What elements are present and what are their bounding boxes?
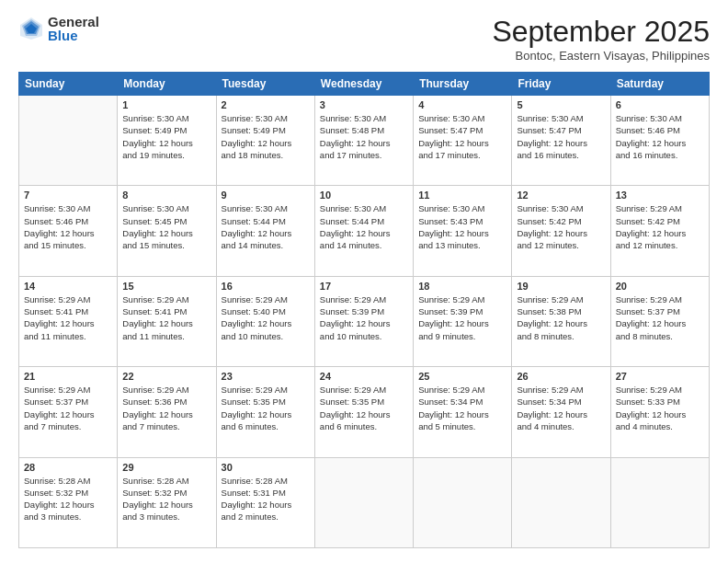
calendar-week-row: 1Sunrise: 5:30 AM Sunset: 5:49 PM Daylig…: [19, 96, 710, 186]
day-info: Sunrise: 5:29 AM Sunset: 5:35 PM Dayligh…: [320, 384, 408, 432]
day-number: 24: [320, 371, 408, 382]
day-info: Sunrise: 5:30 AM Sunset: 5:49 PM Dayligh…: [122, 112, 210, 161]
header-wednesday: Wednesday: [314, 73, 413, 96]
header-monday: Monday: [118, 73, 216, 96]
day-number: 30: [222, 462, 310, 473]
table-row: 20Sunrise: 5:29 AM Sunset: 5:37 PM Dayli…: [610, 276, 709, 366]
table-row: 9Sunrise: 5:30 AM Sunset: 5:44 PM Daylig…: [216, 186, 314, 276]
table-row: 26Sunrise: 5:29 AM Sunset: 5:34 PM Dayli…: [512, 367, 610, 457]
header-friday: Friday: [512, 73, 610, 96]
day-number: 1: [122, 99, 210, 110]
day-number: 16: [222, 281, 310, 292]
table-row: [19, 96, 118, 186]
day-number: 20: [616, 281, 704, 292]
calendar-table: Sunday Monday Tuesday Wednesday Thursday…: [18, 72, 710, 548]
day-number: 5: [517, 99, 605, 110]
table-row: 11Sunrise: 5:30 AM Sunset: 5:43 PM Dayli…: [414, 186, 512, 276]
day-number: 25: [418, 371, 506, 382]
table-row: 22Sunrise: 5:29 AM Sunset: 5:36 PM Dayli…: [118, 367, 216, 457]
day-info: Sunrise: 5:29 AM Sunset: 5:37 PM Dayligh…: [616, 293, 704, 342]
day-number: 19: [517, 281, 605, 292]
weekday-header-row: Sunday Monday Tuesday Wednesday Thursday…: [19, 73, 710, 96]
day-number: 27: [616, 371, 704, 382]
table-row: 17Sunrise: 5:29 AM Sunset: 5:39 PM Dayli…: [314, 276, 413, 366]
day-number: 7: [24, 190, 112, 201]
logo-blue-text: Blue: [48, 29, 99, 42]
table-row: 24Sunrise: 5:29 AM Sunset: 5:35 PM Dayli…: [314, 367, 413, 457]
day-number: 10: [320, 190, 408, 201]
table-row: 15Sunrise: 5:29 AM Sunset: 5:41 PM Dayli…: [118, 276, 216, 366]
table-row: 30Sunrise: 5:28 AM Sunset: 5:31 PM Dayli…: [216, 457, 314, 547]
calendar-week-row: 21Sunrise: 5:29 AM Sunset: 5:37 PM Dayli…: [19, 367, 710, 457]
header-saturday: Saturday: [610, 73, 709, 96]
table-row: 3Sunrise: 5:30 AM Sunset: 5:48 PM Daylig…: [314, 96, 413, 186]
table-row: 2Sunrise: 5:30 AM Sunset: 5:49 PM Daylig…: [216, 96, 314, 186]
day-info: Sunrise: 5:29 AM Sunset: 5:34 PM Dayligh…: [418, 384, 506, 432]
day-info: Sunrise: 5:29 AM Sunset: 5:42 PM Dayligh…: [616, 202, 704, 251]
day-info: Sunrise: 5:30 AM Sunset: 5:44 PM Dayligh…: [320, 202, 408, 251]
table-row: 13Sunrise: 5:29 AM Sunset: 5:42 PM Dayli…: [610, 186, 709, 276]
table-row: 25Sunrise: 5:29 AM Sunset: 5:34 PM Dayli…: [414, 367, 512, 457]
day-number: 23: [222, 371, 310, 382]
day-info: Sunrise: 5:28 AM Sunset: 5:32 PM Dayligh…: [122, 475, 210, 523]
location-subtitle: Bontoc, Eastern Visayas, Philippines: [492, 49, 710, 63]
day-info: Sunrise: 5:30 AM Sunset: 5:47 PM Dayligh…: [418, 112, 506, 161]
day-info: Sunrise: 5:29 AM Sunset: 5:41 PM Dayligh…: [122, 293, 210, 342]
day-info: Sunrise: 5:29 AM Sunset: 5:36 PM Dayligh…: [122, 384, 210, 432]
table-row: 10Sunrise: 5:30 AM Sunset: 5:44 PM Dayli…: [314, 186, 413, 276]
calendar-week-row: 14Sunrise: 5:29 AM Sunset: 5:41 PM Dayli…: [19, 276, 710, 366]
logo-icon: [18, 16, 44, 41]
day-info: Sunrise: 5:29 AM Sunset: 5:37 PM Dayligh…: [24, 384, 112, 432]
table-row: [610, 457, 709, 547]
title-block: September 2025 Bontoc, Eastern Visayas, …: [492, 15, 710, 63]
day-info: Sunrise: 5:29 AM Sunset: 5:34 PM Dayligh…: [517, 384, 605, 432]
day-info: Sunrise: 5:30 AM Sunset: 5:46 PM Dayligh…: [24, 202, 112, 251]
day-info: Sunrise: 5:28 AM Sunset: 5:32 PM Dayligh…: [24, 475, 112, 523]
day-number: 6: [616, 99, 704, 110]
day-info: Sunrise: 5:29 AM Sunset: 5:39 PM Dayligh…: [320, 293, 408, 342]
day-info: Sunrise: 5:30 AM Sunset: 5:45 PM Dayligh…: [122, 202, 210, 251]
calendar-week-row: 28Sunrise: 5:28 AM Sunset: 5:32 PM Dayli…: [19, 457, 710, 547]
table-row: 4Sunrise: 5:30 AM Sunset: 5:47 PM Daylig…: [414, 96, 512, 186]
table-row: 29Sunrise: 5:28 AM Sunset: 5:32 PM Dayli…: [118, 457, 216, 547]
day-number: 9: [222, 190, 310, 201]
day-info: Sunrise: 5:30 AM Sunset: 5:48 PM Dayligh…: [320, 112, 408, 161]
day-number: 28: [24, 462, 112, 473]
day-info: Sunrise: 5:28 AM Sunset: 5:31 PM Dayligh…: [222, 475, 310, 523]
day-number: 22: [122, 371, 210, 382]
header-sunday: Sunday: [19, 73, 118, 96]
day-info: Sunrise: 5:30 AM Sunset: 5:46 PM Dayligh…: [616, 112, 704, 161]
day-number: 11: [418, 190, 506, 201]
table-row: 6Sunrise: 5:30 AM Sunset: 5:46 PM Daylig…: [610, 96, 709, 186]
day-info: Sunrise: 5:30 AM Sunset: 5:44 PM Dayligh…: [222, 202, 310, 251]
day-info: Sunrise: 5:29 AM Sunset: 5:39 PM Dayligh…: [418, 293, 506, 342]
table-row: 23Sunrise: 5:29 AM Sunset: 5:35 PM Dayli…: [216, 367, 314, 457]
table-row: 1Sunrise: 5:30 AM Sunset: 5:49 PM Daylig…: [118, 96, 216, 186]
day-info: Sunrise: 5:30 AM Sunset: 5:47 PM Dayligh…: [517, 112, 605, 161]
table-row: 28Sunrise: 5:28 AM Sunset: 5:32 PM Dayli…: [19, 457, 118, 547]
day-number: 4: [418, 99, 506, 110]
page: General Blue September 2025 Bontoc, East…: [0, 0, 728, 563]
day-info: Sunrise: 5:29 AM Sunset: 5:40 PM Dayligh…: [222, 293, 310, 342]
day-info: Sunrise: 5:30 AM Sunset: 5:42 PM Dayligh…: [517, 202, 605, 251]
table-row: 19Sunrise: 5:29 AM Sunset: 5:38 PM Dayli…: [512, 276, 610, 366]
day-info: Sunrise: 5:30 AM Sunset: 5:49 PM Dayligh…: [222, 112, 310, 161]
table-row: 12Sunrise: 5:30 AM Sunset: 5:42 PM Dayli…: [512, 186, 610, 276]
day-number: 13: [616, 190, 704, 201]
header-tuesday: Tuesday: [216, 73, 314, 96]
table-row: 27Sunrise: 5:29 AM Sunset: 5:33 PM Dayli…: [610, 367, 709, 457]
day-number: 26: [517, 371, 605, 382]
day-info: Sunrise: 5:29 AM Sunset: 5:41 PM Dayligh…: [24, 293, 112, 342]
table-row: 16Sunrise: 5:29 AM Sunset: 5:40 PM Dayli…: [216, 276, 314, 366]
table-row: 14Sunrise: 5:29 AM Sunset: 5:41 PM Dayli…: [19, 276, 118, 366]
day-number: 17: [320, 281, 408, 292]
table-row: [512, 457, 610, 547]
logo: General Blue: [18, 15, 99, 42]
header-thursday: Thursday: [414, 73, 512, 96]
table-row: 18Sunrise: 5:29 AM Sunset: 5:39 PM Dayli…: [414, 276, 512, 366]
day-number: 3: [320, 99, 408, 110]
day-number: 14: [24, 281, 112, 292]
day-number: 12: [517, 190, 605, 201]
table-row: 5Sunrise: 5:30 AM Sunset: 5:47 PM Daylig…: [512, 96, 610, 186]
month-title: September 2025: [492, 15, 710, 49]
